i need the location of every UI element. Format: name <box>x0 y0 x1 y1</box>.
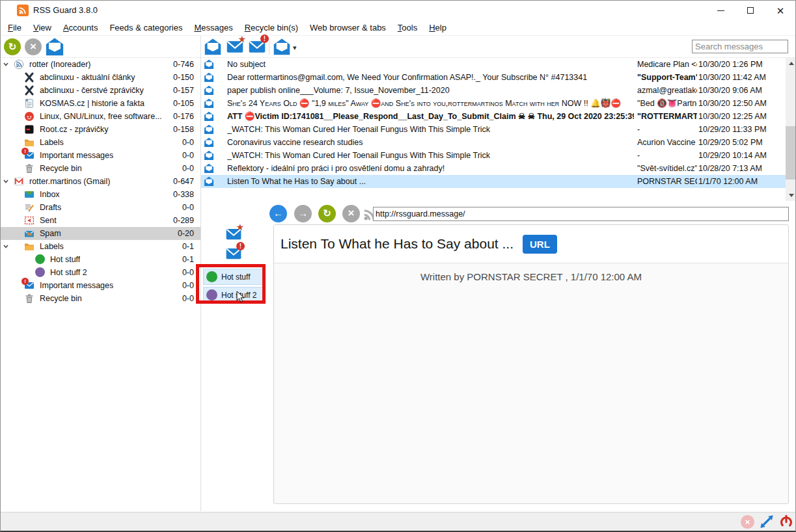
chevron-down-icon[interactable] <box>3 178 9 185</box>
mail-icon <box>204 59 214 70</box>
message-row[interactable]: paper publish online___Volume: 7, Issue_… <box>201 84 796 97</box>
url-input[interactable] <box>373 207 789 221</box>
message-date: 10/30/20 9:06 AM <box>698 84 786 97</box>
message-author: PORNSTAR SECR... <box>637 175 697 188</box>
browser-toolbar <box>201 201 796 224</box>
mark-unread-button[interactable] <box>248 38 266 56</box>
forward-button[interactable] <box>294 205 312 222</box>
feed-row[interactable]: abclinuxu - čerstvé zprávičky 0-157 <box>1 84 200 97</box>
close-icon <box>776 6 785 16</box>
fullscreen-icon[interactable] <box>760 514 774 531</box>
message-date: 10/29/20 10:14 AM <box>698 149 786 162</box>
chevron-down-icon[interactable] <box>3 243 9 250</box>
feed-count: 0-289 <box>173 216 200 225</box>
feed-count: 0-150 <box>173 73 200 82</box>
message-author: "Svět-svítidel.cz" ... <box>637 162 697 175</box>
feed-row[interactable]: Drafts 0-0 <box>1 201 200 214</box>
message-subject: _WATCH: This Woman Cured Her Toenail Fun… <box>227 123 634 136</box>
chevron-down-icon[interactable] <box>3 61 9 68</box>
feed-label: rotter.martinos (Gmail) <box>29 177 110 186</box>
mark-feed-read-button[interactable] <box>45 37 64 57</box>
feed-row[interactable]: Root.cz - zprávičky 0-158 <box>1 123 200 136</box>
message-row[interactable]: _WATCH: This Woman Cured Her Toenail Fun… <box>201 149 796 162</box>
message-row[interactable]: Dear rottermartinos@gmail.com, We Need Y… <box>201 71 796 84</box>
feed-row[interactable]: rotter (Inoreader) 0-746 <box>1 58 200 71</box>
message-row[interactable]: _WATCH: This Woman Cured Her Toenail Fun… <box>201 123 796 136</box>
close-button[interactable] <box>765 1 795 20</box>
message-list-scrollbar[interactable] <box>786 58 796 201</box>
menu-item[interactable]: Messages <box>188 20 238 35</box>
message-row[interactable]: No subject Medicare Plan <e... 10/30/20 … <box>201 58 796 71</box>
feed-row[interactable]: Hot stuff 2 0-0 <box>1 266 200 279</box>
menu-item[interactable]: Recycle bin(s) <box>239 20 304 35</box>
message-content-frame: Listen To What he Has to Say about ... U… <box>273 224 789 504</box>
feed-label: Spam <box>40 229 61 238</box>
message-row[interactable]: Coronavirus vaccine research studies Acu… <box>201 136 796 149</box>
message-date: 10/29/20 5:02 PM <box>698 136 786 149</box>
search-input[interactable] <box>692 40 788 53</box>
message-actions-dropdown[interactable] <box>273 38 291 56</box>
feed-row[interactable]: KOSMAS.cz | historie a fakta 0-105 <box>1 97 200 110</box>
dropdown-caret-icon[interactable] <box>293 41 297 53</box>
message-row[interactable]: She's 24 Years Old ⛔ "1,9 miles" Away ⛔a… <box>201 97 796 110</box>
mark-important-button[interactable] <box>226 38 244 56</box>
minimize-button[interactable] <box>706 1 735 20</box>
menu-item[interactable]: Feeds & categories <box>103 20 188 35</box>
mail-icon <box>204 150 214 161</box>
maximize-button[interactable] <box>735 1 765 20</box>
message-row[interactable]: ATT ⛔Victim ID:1741081__Please_Respond__… <box>201 110 796 123</box>
menu-item[interactable]: Help <box>423 20 452 35</box>
feed-row[interactable]: abclinuxu - aktuální články 0-150 <box>1 71 200 84</box>
message-author: - <box>637 149 697 162</box>
open-url-button[interactable]: URL <box>523 235 557 254</box>
feed-row[interactable]: Inbox 0-338 <box>1 188 200 201</box>
feed-label: rotter (Inoreader) <box>29 60 90 69</box>
stop-refresh-button[interactable] <box>25 38 42 55</box>
feed-row[interactable]: rotter.martinos (Gmail) 0-647 <box>1 175 200 188</box>
menu-item[interactable]: Tools <box>392 20 423 35</box>
reload-button[interactable] <box>318 205 336 222</box>
feed-label: Recycle bin <box>40 294 82 303</box>
feed-label: Labels <box>40 242 64 251</box>
feed-icon <box>24 228 34 239</box>
scroll-down-button[interactable] <box>786 190 796 201</box>
refresh-all-button[interactable] <box>4 38 21 55</box>
feed-row[interactable]: Labels 0-1 <box>1 240 200 253</box>
message-subject: She's 24 Years Old ⛔ "1,9 miles" Away ⛔a… <box>227 97 634 110</box>
menu-item[interactable]: View <box>27 20 57 35</box>
feed-icon <box>24 293 34 304</box>
feed-label: Important messages <box>40 151 113 160</box>
menu-item[interactable]: Web browser & tabs <box>304 20 392 35</box>
feed-row[interactable]: Recycle bin 0-0 <box>1 292 200 305</box>
message-row[interactable]: Reflektory - ideální pro práci i pro osv… <box>201 162 796 175</box>
feed-row[interactable]: Labels 0-0 <box>1 136 200 149</box>
feed-count: 0-1 <box>182 255 200 264</box>
message-rows: No subject Medicare Plan <e... 10/30/20 … <box>201 58 796 188</box>
feed-row[interactable]: ! Important messages 0-0 <box>1 279 200 292</box>
feed-icon <box>14 176 24 187</box>
feed-count: 0-0 <box>182 203 200 212</box>
minimize-icon <box>717 10 724 11</box>
stop-button[interactable] <box>342 205 360 222</box>
feed-row[interactable]: Sent 0-289 <box>1 214 200 227</box>
feed-row[interactable]: Recycle bin 0-0 <box>1 162 200 175</box>
quit-icon[interactable] <box>779 514 793 531</box>
message-subject: _WATCH: This Woman Cured Her Toenail Fun… <box>227 149 634 162</box>
menu-bar: FileViewAccountsFeeds & categoriesMessag… <box>1 20 795 36</box>
feed-row[interactable]: ! Important messages 0-0 <box>1 149 200 162</box>
message-author: Acurion Vaccine S... <box>637 136 697 149</box>
feed-label: Drafts <box>40 203 61 212</box>
back-button[interactable] <box>269 205 287 222</box>
toggle-unread-button[interactable] <box>225 245 242 265</box>
feed-count: 0-0 <box>182 138 200 147</box>
message-row[interactable]: Listen To What he Has to Say about ... P… <box>201 175 796 188</box>
feed-row[interactable]: Spam 0-20 <box>1 227 200 240</box>
feed-count: 0-0 <box>182 164 200 173</box>
menu-item[interactable]: Accounts <box>57 20 103 35</box>
mark-message-read-button[interactable] <box>204 38 222 56</box>
feed-row[interactable]: Hot stuff 0-1 <box>1 253 200 266</box>
menu-item[interactable]: File <box>2 20 27 35</box>
scrollbar-thumb[interactable] <box>786 126 796 180</box>
feed-row[interactable]: Linux, GNU/Linux, free software... 0-176 <box>1 110 200 123</box>
scroll-up-button[interactable] <box>786 58 796 69</box>
